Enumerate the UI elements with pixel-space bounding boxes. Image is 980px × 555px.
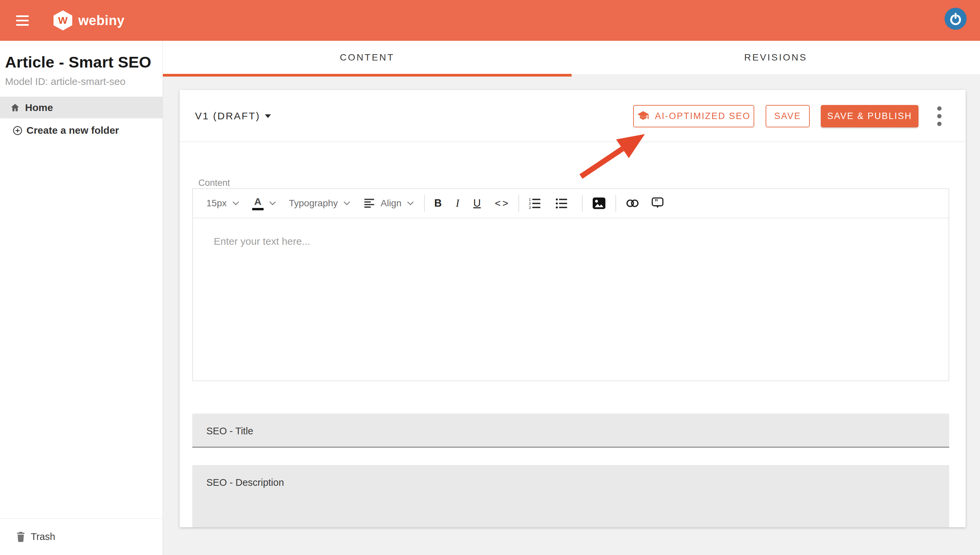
app-header: W webiny — [0, 0, 980, 41]
italic-button[interactable]: I — [456, 197, 459, 209]
sidebar-item-label: Home — [25, 102, 53, 113]
svg-text:1: 1 — [529, 197, 531, 202]
bold-button[interactable]: B — [434, 197, 442, 209]
user-avatar[interactable] — [945, 8, 967, 30]
svg-text:”: ” — [655, 197, 658, 206]
ordered-list-button[interactable]: 1 2 3 — [529, 197, 541, 209]
home-icon — [10, 103, 20, 113]
save-label: SAVE — [774, 111, 801, 121]
tab-bar: CONTENT REVISIONS — [163, 41, 980, 74]
chevron-down-icon — [407, 201, 414, 205]
insert-image-button[interactable] — [592, 197, 606, 210]
underline-button[interactable]: U — [473, 197, 480, 209]
font-size-dropdown[interactable]: 15px — [206, 198, 239, 209]
page-title: Article - Smart SEO — [5, 53, 162, 71]
sidebar-item-home[interactable]: Home — [0, 96, 162, 118]
caret-down-icon — [265, 114, 271, 118]
tab-revisions[interactable]: REVISIONS — [572, 41, 980, 74]
font-color-dropdown[interactable]: A — [252, 197, 276, 210]
chevron-down-icon — [343, 201, 350, 205]
insert-link-button[interactable] — [625, 198, 639, 208]
power-icon — [949, 12, 962, 26]
save-and-publish-button[interactable]: SAVE & PUBLISH — [821, 105, 919, 127]
align-label: Align — [381, 198, 402, 209]
model-id-text: Model ID: article-smart-seo — [5, 76, 162, 87]
trash-icon — [16, 532, 26, 542]
sidebar: Article - Smart SEO Model ID: article-sm… — [0, 41, 163, 555]
chevron-down-icon — [269, 201, 276, 205]
svg-text:3: 3 — [529, 205, 531, 210]
bullet-list-button[interactable] — [555, 197, 568, 209]
version-label: V1 (DRAFT) — [195, 110, 260, 122]
logo-letter: W — [58, 15, 67, 26]
typography-dropdown[interactable]: Typography — [289, 198, 350, 209]
quote-button[interactable]: ” — [651, 197, 664, 210]
rich-text-editor: 15px A Typography Align — [192, 188, 949, 381]
seo-description-label: SEO - Description — [206, 477, 284, 488]
card-header: V1 (DRAFT) AI-OPTIMIZED SEO SAVE SAVE & … — [180, 90, 966, 142]
toolbar-divider — [615, 195, 616, 212]
font-color-icon: A — [252, 197, 263, 210]
typography-label: Typography — [289, 198, 338, 209]
webiny-logo[interactable]: W webiny — [53, 10, 125, 30]
create-new-folder-button[interactable]: Create a new folder — [0, 118, 162, 143]
webiny-hexagon-icon: W — [53, 10, 72, 30]
plus-circle-icon — [13, 126, 22, 135]
content-field-label: Content — [198, 178, 230, 188]
align-dropdown[interactable]: Align — [363, 198, 414, 209]
chevron-down-icon — [232, 201, 239, 205]
trash-button[interactable]: Trash — [0, 518, 162, 555]
seo-description-input[interactable]: SEO - Description — [192, 465, 949, 527]
version-dropdown[interactable]: V1 (DRAFT) — [195, 90, 271, 142]
seo-title-label: SEO - Title — [206, 426, 253, 437]
tab-content[interactable]: CONTENT — [163, 41, 572, 74]
brand-name: webiny — [78, 13, 125, 28]
code-button[interactable]: <> — [495, 197, 510, 209]
save-button[interactable]: SAVE — [766, 105, 810, 127]
graduation-cap-icon — [637, 111, 649, 122]
hamburger-menu-icon[interactable] — [16, 0, 47, 41]
ai-seo-label: AI-OPTIMIZED SEO — [655, 111, 750, 121]
ai-optimized-seo-button[interactable]: AI-OPTIMIZED SEO — [633, 105, 754, 127]
toolbar-divider — [582, 195, 583, 212]
editor-toolbar: 15px A Typography Align — [193, 189, 949, 218]
font-size-value: 15px — [206, 198, 227, 209]
more-options-kebab-icon[interactable] — [932, 103, 947, 129]
create-folder-label: Create a new folder — [26, 125, 119, 136]
editor-placeholder-text[interactable]: Enter your text here... — [214, 236, 310, 247]
svg-text:2: 2 — [529, 202, 531, 205]
seo-title-input[interactable]: SEO - Title — [192, 414, 949, 448]
trash-label: Trash — [31, 531, 55, 542]
toolbar-divider — [519, 195, 519, 212]
toolbar-divider — [424, 195, 425, 212]
align-lines-icon — [363, 198, 375, 209]
entry-editor-card: V1 (DRAFT) AI-OPTIMIZED SEO SAVE SAVE & … — [180, 90, 966, 527]
save-publish-label: SAVE & PUBLISH — [827, 111, 912, 121]
